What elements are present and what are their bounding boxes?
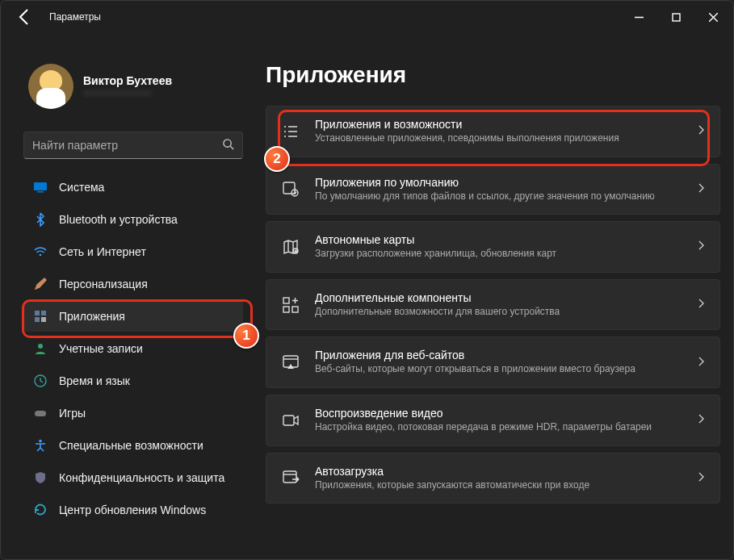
- video-icon: [281, 411, 300, 430]
- sidebar-item-network[interactable]: Сеть и Интернет: [23, 236, 243, 267]
- sidebar-item-time[interactable]: Время и язык: [23, 366, 243, 396]
- gamepad-icon: [33, 406, 48, 420]
- svg-rect-20: [283, 416, 294, 425]
- minimize-button[interactable]: [620, 4, 657, 30]
- sidebar-item-system[interactable]: Система: [23, 172, 243, 203]
- page-title: Приложения: [266, 62, 720, 88]
- accessibility-icon: [33, 438, 48, 453]
- chevron-right-icon: [697, 124, 705, 138]
- web-app-icon: [281, 353, 300, 372]
- sidebar-item-update[interactable]: Центр обновления Windows: [23, 495, 243, 525]
- card-title: Автозагрузка: [315, 465, 682, 478]
- search-icon: [222, 138, 234, 153]
- profile-name: Виктор Бухтеев: [83, 74, 172, 87]
- default-apps-icon: [281, 179, 300, 199]
- window-title: Параметры: [49, 11, 101, 23]
- svg-point-1: [224, 140, 231, 147]
- sidebar-item-label: Приложения: [59, 310, 125, 323]
- card-title: Приложения по умолчанию: [315, 176, 682, 189]
- svg-rect-11: [35, 411, 46, 416]
- search-box[interactable]: [23, 132, 243, 159]
- map-icon: [281, 237, 300, 257]
- sidebar-item-label: Игры: [59, 407, 86, 420]
- svg-rect-7: [35, 317, 40, 322]
- chevron-right-icon: [697, 240, 705, 253]
- card-default-apps[interactable]: Приложения по умолчанию По умолчанию для…: [266, 164, 720, 215]
- maximize-button[interactable]: [657, 4, 694, 30]
- svg-rect-8: [41, 317, 46, 322]
- svg-point-9: [38, 344, 43, 349]
- sidebar-item-accounts[interactable]: Учетные записи: [23, 333, 243, 364]
- svg-rect-16: [283, 298, 289, 303]
- clock-icon: [33, 374, 48, 388]
- card-video-playback[interactable]: Воспроизведение видео Настройка видео, п…: [266, 395, 720, 446]
- card-startup[interactable]: Автозагрузка Приложения, которые запуска…: [266, 453, 720, 504]
- components-icon: [281, 295, 300, 315]
- sidebar: Виктор Бухтеев ——————— Система Bluetooth…: [1, 33, 251, 559]
- apps-icon: [33, 309, 48, 324]
- svg-rect-17: [283, 307, 289, 312]
- svg-rect-18: [292, 307, 298, 312]
- card-apps-websites[interactable]: Приложения для веб-сайтов Веб-сайты, кот…: [266, 336, 720, 388]
- chevron-right-icon: [697, 356, 705, 370]
- profile-block[interactable]: Виктор Бухтеев ———————: [23, 33, 243, 125]
- sidebar-item-apps[interactable]: Приложения: [23, 301, 243, 332]
- svg-rect-6: [41, 311, 46, 316]
- profile-email: ———————: [83, 87, 172, 98]
- card-title: Автономные карты: [315, 233, 682, 246]
- svg-rect-21: [283, 471, 296, 483]
- card-title: Воспроизведение видео: [315, 407, 682, 420]
- chevron-right-icon: [697, 182, 705, 196]
- svg-point-4: [40, 254, 42, 257]
- card-sub: Приложения, которые запускаются автомати…: [315, 479, 682, 492]
- annotation-badge-2: 2: [264, 146, 290, 172]
- sidebar-item-label: Центр обновления Windows: [59, 504, 206, 516]
- sidebar-item-label: Система: [59, 181, 104, 194]
- card-title: Дополнительные компоненты: [315, 291, 682, 304]
- list-icon: [281, 122, 300, 141]
- close-button[interactable]: [694, 4, 732, 30]
- back-button[interactable]: [15, 7, 35, 27]
- sidebar-item-label: Сеть и Интернет: [59, 245, 146, 258]
- sidebar-item-privacy[interactable]: Конфиденциальность и защита: [23, 462, 243, 493]
- svg-rect-5: [35, 311, 40, 316]
- svg-rect-2: [34, 182, 47, 190]
- sidebar-item-label: Персонализация: [59, 278, 148, 290]
- startup-icon: [281, 468, 300, 487]
- wifi-icon: [33, 244, 48, 259]
- card-sub: По умолчанию для типов файлов и ссылок, …: [315, 190, 682, 203]
- person-icon: [33, 341, 48, 356]
- card-sub: Установленные приложения, псевдонимы вып…: [315, 132, 682, 145]
- card-sub: Настройка видео, потоковая передача в ре…: [315, 421, 682, 434]
- window-controls: [620, 4, 732, 30]
- sidebar-item-label: Время и язык: [59, 374, 130, 387]
- nav: Система Bluetooth и устройства Сеть и Ин…: [23, 172, 243, 525]
- sidebar-item-gaming[interactable]: Игры: [23, 398, 243, 428]
- sidebar-item-label: Специальные возможности: [59, 439, 203, 452]
- system-icon: [33, 180, 48, 194]
- main-panel: Приложения Приложения и возможности Уста…: [251, 33, 725, 559]
- update-icon: [33, 503, 48, 517]
- annotation-badge-1: 1: [233, 323, 259, 349]
- card-optional-features[interactable]: Дополнительные компоненты Дополнительные…: [266, 279, 720, 331]
- card-sub: Веб-сайты, которые могут открываться в п…: [315, 363, 682, 376]
- search-input[interactable]: [32, 139, 222, 152]
- avatar: [28, 64, 73, 109]
- svg-point-12: [39, 440, 42, 443]
- card-title: Приложения для веб-сайтов: [315, 349, 682, 361]
- chevron-right-icon: [697, 298, 705, 311]
- chevron-right-icon: [697, 413, 705, 427]
- card-offline-maps[interactable]: Автономные карты Загрузки расположение х…: [266, 221, 720, 273]
- chevron-right-icon: [697, 471, 705, 485]
- bluetooth-icon: [33, 212, 48, 227]
- sidebar-item-accessibility[interactable]: Специальные возможности: [23, 430, 243, 461]
- sidebar-item-bluetooth[interactable]: Bluetooth и устройства: [23, 204, 243, 235]
- card-sub: Загрузки расположение хранилища, обновле…: [315, 248, 682, 261]
- sidebar-item-label: Учетные записи: [59, 342, 143, 355]
- card-sub: Дополнительные возможности для вашего ус…: [315, 306, 682, 319]
- card-apps-features[interactable]: Приложения и возможности Установленные п…: [266, 106, 720, 157]
- sidebar-item-label: Конфиденциальность и защита: [59, 471, 224, 484]
- shield-icon: [33, 470, 48, 485]
- sidebar-item-personalization[interactable]: Персонализация: [23, 269, 243, 299]
- svg-rect-3: [37, 191, 44, 193]
